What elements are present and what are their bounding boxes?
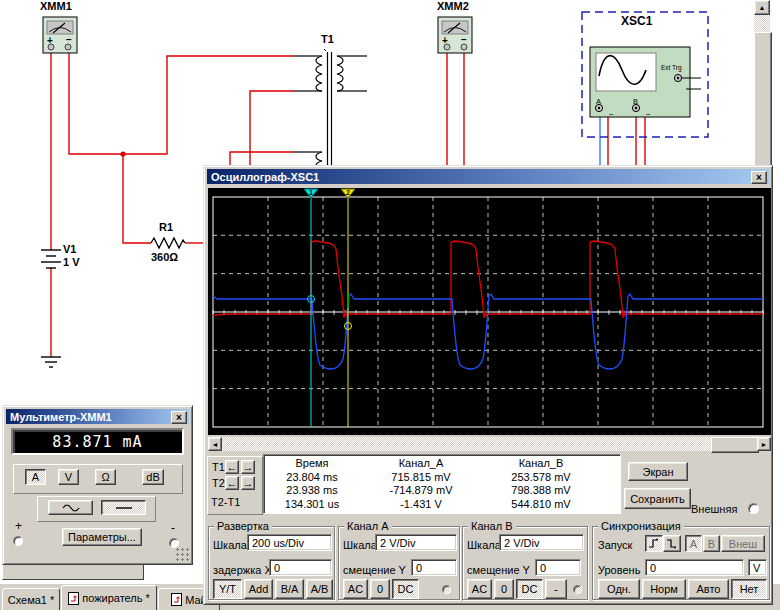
channel-a-zero-button[interactable]: 0: [370, 579, 390, 599]
timebase-xpos-input[interactable]: 0: [269, 559, 332, 576]
xmm1-label[interactable]: XMM1: [40, 0, 72, 12]
multimeter-titlebar[interactable]: Мультиметр-XMM1 ×: [6, 409, 189, 424]
trigger-normal-button[interactable]: Норм: [642, 579, 686, 599]
xsc1-instrument[interactable]: Ext Trg A B − −: [590, 47, 701, 119]
channel-b-ypos-label: смещение Y: [467, 564, 530, 576]
v1-value[interactable]: 1 V: [63, 256, 80, 268]
trigger-source-a-button[interactable]: A: [685, 535, 702, 552]
xmm2-instrument[interactable]: + −: [438, 17, 472, 53]
t2-t1-label: T2-T1: [211, 496, 240, 508]
close-icon[interactable]: ×: [171, 411, 187, 424]
timebase-yt-button[interactable]: Y/T: [213, 579, 242, 599]
channel-b-dc-button[interactable]: DC: [516, 579, 543, 599]
xmm1-minus-terminal[interactable]: [65, 44, 71, 50]
scope-scroll-left-icon[interactable]: ◄: [208, 437, 222, 451]
xsc1-a-minus-mark: −: [609, 110, 614, 119]
xsc1-a-terminal-dot: [598, 107, 600, 109]
trigger-source-ext-button[interactable]: Внеш: [721, 535, 765, 552]
timebase-ab-button[interactable]: A/B: [306, 579, 333, 599]
channel-b-zero-button[interactable]: 0: [494, 579, 514, 599]
mm-params-button[interactable]: Параметры...: [62, 528, 142, 546]
panel-ledge: [2, 563, 144, 580]
mm-db-button[interactable]: dB: [142, 469, 164, 485]
document-icon: [68, 592, 79, 605]
channel-a-dc-button[interactable]: DC: [392, 579, 419, 599]
timebase-add-button[interactable]: Add: [244, 579, 273, 599]
t1-transformer[interactable]: [293, 49, 367, 170]
trigger-level-unit[interactable]: V: [748, 559, 767, 576]
channel-b-minus-button[interactable]: -: [545, 579, 567, 599]
r1-value[interactable]: 360Ω: [151, 251, 178, 263]
xsc1-label[interactable]: XSC1: [621, 14, 653, 28]
tab-pozhiratel[interactable]: пожиратель *: [61, 585, 157, 610]
readout-t1-time: 23.804 ms: [264, 471, 360, 485]
wire-t1-mid[interactable]: [250, 91, 293, 166]
timebase-scale-input[interactable]: 200 us/Div: [247, 534, 332, 551]
xmm1-instrument[interactable]: + −: [43, 17, 77, 53]
mm-volt-button[interactable]: V: [58, 469, 79, 485]
trigger-none-button[interactable]: Нет: [731, 579, 767, 599]
mm-ac-button[interactable]: [48, 500, 93, 515]
trigger-title: Синхронизация: [598, 520, 684, 532]
external-sync-radio[interactable]: [748, 503, 759, 514]
multimeter-window[interactable]: Мультиметр-XMM1 × 83.871 mA A V Ω dB + П…: [2, 405, 193, 565]
canvas-vscroll-thumb[interactable]: [754, 32, 772, 167]
xmm1-minus-mark: −: [66, 34, 72, 45]
ground-symbol[interactable]: [41, 357, 61, 367]
trigger-auto-button[interactable]: Авто: [688, 579, 729, 599]
wire-junction-r1[interactable]: [123, 154, 151, 243]
mm-dc-button[interactable]: [101, 500, 146, 515]
channel-a-ypos-input[interactable]: 0: [411, 559, 457, 576]
wire-t1-low[interactable]: [230, 152, 293, 166]
trigger-level-input[interactable]: 0: [645, 559, 744, 576]
v1-label[interactable]: V1: [63, 243, 76, 255]
r1-label[interactable]: R1: [159, 221, 173, 233]
t2-label: T2: [212, 477, 225, 489]
canvas-vscrollbar[interactable]: ▲: [754, 0, 770, 165]
xmm2-minus-terminal[interactable]: [461, 44, 467, 50]
channel-a-title: Канал A: [344, 520, 392, 532]
t1-left-arrow-icon[interactable]: ←: [225, 460, 239, 474]
wire-xmm1-minus-t1-top[interactable]: [69, 50, 293, 154]
channel-b-ypos-input[interactable]: 0: [535, 559, 581, 576]
channel-b-panel: Канал B Шкала 2 V/Div смещение Y 0 AC 0 …: [462, 526, 588, 600]
channel-a-scale-input[interactable]: 2 V/Div: [375, 534, 457, 551]
canvas-scroll-up-icon[interactable]: ▲: [754, 0, 770, 15]
trigger-rising-edge-button[interactable]: [645, 535, 663, 552]
xmm2-label[interactable]: XMM2: [437, 0, 469, 12]
r1-resistor[interactable]: [151, 238, 185, 248]
t2-right-arrow-icon[interactable]: →: [241, 476, 255, 490]
channel-b-ac-button[interactable]: AC: [467, 579, 492, 599]
scope-scroll-right-icon[interactable]: ►: [757, 437, 771, 451]
scope-hscrollbar[interactable]: ◄ ►: [208, 437, 771, 451]
multimeter-display: 83.871 mA: [11, 428, 184, 455]
oscilloscope-window[interactable]: Осциллограф-XSC1 × 12 ◄ ► T1 ← → T2 ← → …: [203, 165, 773, 605]
t1-label[interactable]: T1: [321, 33, 334, 45]
save-button[interactable]: Сохранить: [624, 488, 691, 509]
t1-right-arrow-icon[interactable]: →: [241, 460, 255, 474]
resize-grip[interactable]: [175, 547, 189, 561]
xmm2-plus-terminal[interactable]: [444, 44, 450, 50]
screen-button[interactable]: Экран: [628, 462, 688, 481]
mm-plus-terminal[interactable]: [13, 536, 23, 546]
channel-b-scale-input[interactable]: 2 V/Div: [499, 534, 584, 551]
trigger-single-button[interactable]: Одн.: [598, 579, 640, 599]
multisim-canvas: { "schematic": { "xmm1": "XMM1", "xmm2":…: [0, 0, 780, 610]
trigger-source-b-button[interactable]: B: [703, 535, 720, 552]
timebase-ba-button[interactable]: B/A: [275, 579, 304, 599]
rising-edge-icon: [647, 537, 661, 550]
tab-schema1[interactable]: Схема1 *: [2, 588, 60, 610]
mm-ohm-button[interactable]: Ω: [95, 469, 116, 485]
trigger-falling-edge-button[interactable]: [663, 535, 681, 552]
v1-battery[interactable]: [41, 250, 61, 268]
close-icon[interactable]: ×: [751, 171, 767, 184]
scope-hscroll-thumb[interactable]: [711, 437, 759, 453]
t2-left-arrow-icon[interactable]: ←: [225, 476, 239, 490]
readout-dt-cha: -1.431 V: [360, 498, 482, 512]
readout-t1-cha: 715.815 mV: [360, 471, 482, 485]
readout-t2-chb: 798.388 mV: [482, 484, 600, 498]
xmm1-plus-terminal[interactable]: [48, 44, 54, 50]
oscilloscope-titlebar[interactable]: Осциллограф-XSC1 ×: [207, 169, 769, 184]
mm-ampere-button[interactable]: A: [25, 469, 46, 485]
channel-a-ac-button[interactable]: AC: [343, 579, 368, 599]
